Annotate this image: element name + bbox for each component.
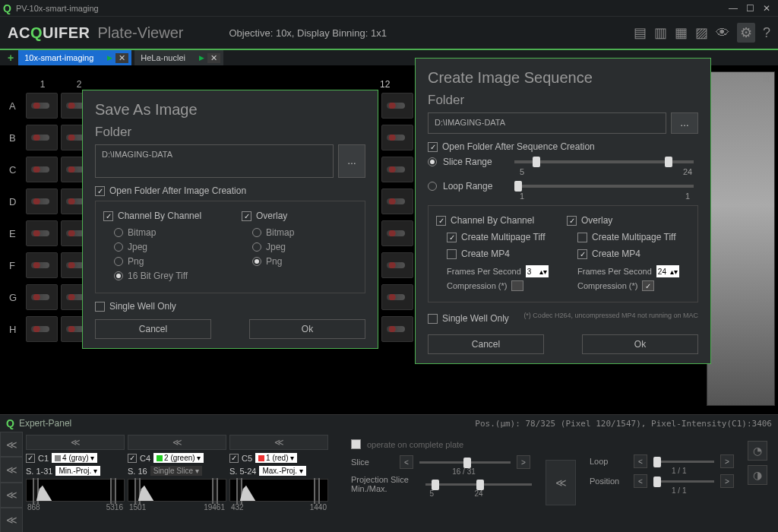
film-icon[interactable]: ▨ — [695, 24, 708, 41]
tab-hela-nuclei[interactable]: HeLa-nuclei ▶ ✕ — [134, 50, 223, 65]
gear-icon[interactable]: ⚙ — [737, 23, 755, 43]
loop-prev-button[interactable]: < — [634, 454, 647, 468]
collapse-right-button[interactable]: ≪ — [546, 460, 576, 505]
image-preview[interactable]: fit — [707, 71, 775, 406]
seq-ov-multipage-tiff-checkbox[interactable]: Create Multipage Tiff — [577, 232, 690, 242]
seq-overlay-checkbox[interactable]: Overlay — [567, 215, 690, 226]
slice-range-slider[interactable] — [514, 160, 694, 163]
well[interactable] — [26, 284, 58, 310]
view-mode-button[interactable]: ◔ — [748, 441, 767, 461]
slice-next-button[interactable]: > — [517, 455, 530, 469]
help-icon[interactable]: ? — [763, 25, 770, 41]
cancel-button[interactable]: Cancel — [95, 319, 211, 339]
collapse-button[interactable]: ≪ — [0, 432, 23, 457]
fmt-bitmap-radio[interactable]: Bitmap — [114, 227, 219, 238]
slice-prev-button[interactable]: < — [400, 455, 413, 469]
close-button[interactable]: ✕ — [758, 3, 775, 14]
histogram[interactable] — [26, 479, 125, 502]
browse-button[interactable]: … — [338, 144, 365, 178]
ok-button[interactable]: Ok — [582, 334, 698, 354]
well[interactable] — [381, 188, 413, 214]
channel-collapse-button[interactable]: ≪ — [128, 435, 226, 450]
close-icon[interactable]: ✕ — [207, 53, 220, 63]
well[interactable] — [381, 316, 413, 342]
eye-icon[interactable]: 👁 — [716, 25, 729, 41]
channel-collapse-button[interactable]: ≪ — [26, 435, 125, 450]
browse-button[interactable]: … — [671, 112, 698, 134]
slice-slider[interactable]: 16 / 31 — [419, 461, 511, 464]
view-mode-button[interactable]: ◑ — [748, 465, 767, 485]
ov-bitmap-radio[interactable]: Bitmap — [252, 227, 357, 238]
open-folder-checkbox[interactable]: Open Folder After Image Creation — [95, 185, 365, 196]
fmt-jpeg-radio[interactable]: Jpeg — [114, 242, 219, 252]
well[interactable] — [381, 220, 413, 246]
compression-checkbox[interactable] — [511, 280, 523, 291]
histogram[interactable] — [128, 479, 226, 502]
seq-single-well-checkbox[interactable]: Single Well Only — [428, 313, 509, 324]
well[interactable] — [26, 220, 58, 246]
fmt-png-radio[interactable]: Png — [114, 256, 219, 267]
ov-jpeg-radio[interactable]: Jpeg — [252, 242, 357, 252]
loop-range-radio[interactable] — [428, 182, 437, 191]
folder-input[interactable]: D:\IMAGING-DATA — [95, 144, 334, 178]
collapse-button[interactable]: ≪ — [0, 508, 23, 532]
collapse-button[interactable]: ≪ — [0, 457, 23, 482]
maximize-button[interactable]: ☐ — [742, 3, 758, 14]
add-tab-button[interactable]: + — [3, 50, 18, 65]
play-icon[interactable]: ▶ — [107, 54, 112, 62]
slice-range-row[interactable]: Slice Range — [428, 157, 698, 167]
loop-slider[interactable]: 1 / 1 — [653, 461, 714, 463]
loop-range-slider[interactable] — [514, 185, 694, 188]
channel-color-select[interactable]: 1 (red) ▾ — [255, 453, 297, 463]
well[interactable] — [26, 188, 58, 214]
loop-next-button[interactable]: > — [720, 454, 734, 468]
play-icon[interactable]: ▶ — [199, 54, 204, 62]
channel-collapse-button[interactable]: ≪ — [229, 435, 328, 450]
projection-slider[interactable]: 5 24 — [425, 483, 532, 486]
well[interactable] — [381, 252, 413, 278]
cancel-button[interactable]: Cancel — [428, 334, 544, 354]
histogram[interactable] — [229, 479, 328, 502]
channel-enable-checkbox[interactable] — [26, 454, 35, 463]
loop-range-row[interactable]: Loop Range — [428, 181, 698, 192]
well[interactable] — [26, 125, 58, 150]
open-folder-icon[interactable]: ▤ — [634, 24, 647, 41]
library-icon[interactable]: ▥ — [654, 24, 667, 41]
ok-button[interactable]: Ok — [249, 319, 365, 339]
seq-ch-by-ch-checkbox[interactable]: Channel By Channel — [436, 215, 559, 226]
channel-enable-checkbox[interactable] — [128, 454, 137, 463]
position-next-button[interactable]: > — [720, 474, 734, 488]
seq-multipage-tiff-checkbox[interactable]: Create Multipage Tiff — [447, 232, 559, 242]
position-slider[interactable]: 1 / 1 — [653, 480, 714, 483]
channel-by-channel-checkbox[interactable]: Channel By Channel — [103, 211, 219, 221]
minimize-button[interactable]: — — [725, 3, 742, 14]
projection-select[interactable]: Min.-Proj. ▾ — [55, 466, 100, 476]
well[interactable] — [26, 316, 58, 342]
projection-select[interactable]: Single Slice ▾ — [150, 466, 202, 476]
fps-spinner[interactable]: 24▴▾ — [656, 265, 679, 277]
well[interactable] — [381, 284, 413, 310]
ov-png-radio[interactable]: Png — [252, 256, 357, 267]
overlay-checkbox[interactable]: Overlay — [242, 211, 357, 221]
close-icon[interactable]: ✕ — [115, 53, 128, 63]
search-icon[interactable]: Q — [6, 417, 14, 429]
well[interactable] — [381, 125, 413, 150]
well[interactable] — [381, 157, 413, 182]
well[interactable] — [26, 252, 58, 278]
well[interactable] — [381, 93, 413, 119]
open-folder-checkbox[interactable]: Open Folder After Sequence Creation — [428, 141, 698, 152]
seq-ov-create-mp4-checkbox[interactable]: Create MP4 — [577, 249, 690, 259]
fmt-tiff16-radio[interactable]: 16 Bit Grey Tiff — [114, 271, 219, 281]
projection-select[interactable]: Max.-Proj. ▾ — [259, 466, 305, 476]
tab-10x-smart-imaging[interactable]: 10x-smart-imaging ▶ ✕ — [18, 50, 131, 65]
channel-color-select[interactable]: 2 (green) ▾ — [153, 453, 204, 463]
collapse-button[interactable]: ≪ — [0, 483, 23, 508]
position-prev-button[interactable]: < — [634, 474, 647, 488]
slice-range-radio[interactable] — [428, 157, 437, 166]
well[interactable] — [26, 157, 58, 182]
seq-create-mp4-checkbox[interactable]: Create MP4 — [447, 249, 559, 259]
single-well-checkbox[interactable]: Single Well Only — [95, 301, 365, 312]
operate-complete-plate-checkbox[interactable]: operate on complete plate — [351, 439, 532, 449]
channel-color-select[interactable]: 4 (gray) ▾ — [52, 453, 97, 463]
folder-input[interactable]: D:\IMAGING-DATA — [428, 112, 666, 134]
